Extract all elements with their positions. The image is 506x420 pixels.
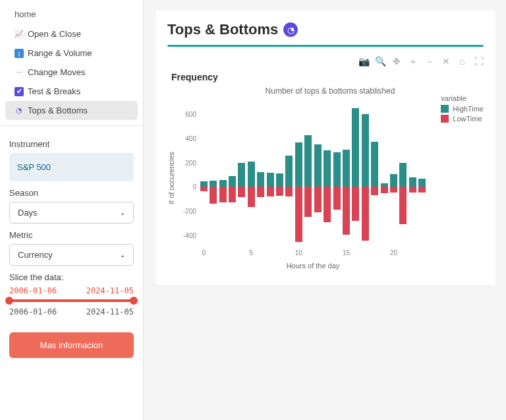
- nav-icon: 📈: [14, 30, 24, 39]
- chart-subhead: Frequency: [171, 72, 484, 82]
- bar-group: [218, 102, 227, 247]
- bar-high: [229, 176, 236, 187]
- bar-low: [219, 187, 227, 202]
- zoom-in-icon[interactable]: ＋: [408, 56, 418, 68]
- bar-group: [351, 102, 360, 247]
- slider-thumb-end[interactable]: [130, 297, 138, 305]
- chevron-down-icon: ⌄: [120, 209, 125, 216]
- legend-item[interactable]: LowTime: [441, 115, 484, 123]
- bar-high: [219, 180, 227, 187]
- bar-group: [341, 102, 351, 247]
- bar-low: [362, 187, 369, 241]
- bar-high: [390, 174, 397, 187]
- sidebar: home 📈Open & Close↕Range & Volume〰Change…: [0, 0, 144, 420]
- bar-group: [304, 102, 313, 247]
- bar-group: [208, 102, 217, 247]
- bar-group: [408, 102, 417, 247]
- y-tick: 400: [177, 135, 196, 142]
- fullscreen-icon[interactable]: ⛶: [474, 56, 484, 68]
- nav-home[interactable]: home: [0, 5, 143, 24]
- bar-group: [227, 102, 237, 247]
- nav-item-open-close[interactable]: 📈Open & Close: [0, 24, 143, 44]
- pan-icon[interactable]: ✥: [391, 56, 401, 68]
- bar-group: [285, 102, 294, 247]
- bar-high: [314, 144, 322, 187]
- camera-icon[interactable]: 📷: [358, 56, 368, 68]
- nav-item-tops-bottoms[interactable]: ◔Tops & Bottoms: [5, 101, 138, 120]
- bar-high: [399, 163, 407, 187]
- bar-high: [285, 156, 293, 187]
- bar-group: [332, 102, 341, 247]
- bar-low: [371, 187, 378, 195]
- bar-high: [200, 181, 208, 187]
- bar-group: [380, 102, 389, 247]
- nav-item-change-moves[interactable]: 〰Change Moves: [0, 63, 143, 82]
- bar-high: [238, 163, 245, 187]
- x-tick: 5: [250, 249, 254, 256]
- bar-high: [248, 162, 255, 187]
- chart: # of occurencies Number of tops & bottom…: [167, 86, 484, 274]
- bar-group: [322, 102, 331, 247]
- legend-title: variable: [441, 94, 484, 102]
- reset-icon[interactable]: ⌂: [457, 56, 467, 68]
- bar-group: [313, 102, 322, 247]
- zoom-icon[interactable]: 🔍: [375, 56, 385, 68]
- page-title: Tops & Bottoms: [167, 21, 278, 38]
- title-underline: [167, 45, 484, 47]
- nav-item-label: Tops & Bottoms: [28, 105, 88, 115]
- nav: home 📈Open & Close↕Range & Volume〰Change…: [0, 0, 143, 126]
- bar-low: [333, 187, 341, 210]
- legend-item[interactable]: HighTime: [441, 105, 484, 113]
- card: Tops & Bottoms ◔ 📷🔍✥＋－✕⌂⛶ Frequency # of…: [155, 11, 495, 285]
- bar-low: [200, 187, 208, 191]
- legend-swatch: [441, 105, 449, 113]
- x-tick: 0: [202, 249, 206, 256]
- y-tick: -400: [177, 231, 196, 239]
- chart-toolbar: 📷🔍✥＋－✕⌂⛶: [167, 56, 484, 68]
- instrument-field[interactable]: S&P 500: [9, 153, 134, 181]
- zoom-out-icon[interactable]: －: [424, 56, 434, 68]
- slice-label: Slice the data:: [9, 272, 134, 282]
- more-info-button[interactable]: Mas informacion: [9, 332, 134, 358]
- bar-low: [285, 187, 293, 196]
- y-axis-label: # of occurencies: [167, 86, 177, 270]
- season-value: Days: [18, 208, 38, 218]
- bar-high: [371, 142, 378, 187]
- controls-panel: Instrument S&P 500 Season Days ⌄ Metric …: [0, 126, 143, 366]
- autoscale-icon[interactable]: ✕: [441, 56, 451, 68]
- bar-low: [210, 187, 217, 204]
- slider-thumb-start[interactable]: [5, 297, 13, 305]
- metric-select[interactable]: Currency ⌄: [9, 244, 134, 266]
- season-label: Season: [9, 188, 134, 198]
- legend-swatch: [441, 115, 449, 123]
- nav-item-test-breaks[interactable]: ✔Test & Breaks: [0, 82, 143, 101]
- bar-group: [360, 102, 370, 247]
- bar-high: [418, 179, 426, 187]
- bar-group: [418, 102, 427, 247]
- bar-low: [295, 187, 302, 241]
- season-select[interactable]: Days ⌄: [9, 202, 134, 224]
- bar-group: [256, 102, 266, 247]
- nav-item-label: Change Moves: [28, 67, 85, 77]
- nav-item-range-volume[interactable]: ↕Range & Volume: [0, 44, 143, 63]
- main: Tops & Bottoms ◔ 📷🔍✥＋－✕⌂⛶ Frequency # of…: [144, 0, 506, 420]
- bar-group: [246, 102, 256, 247]
- metric-label: Metric: [9, 230, 134, 240]
- bar-group: [266, 102, 275, 247]
- bar-group: [199, 102, 208, 247]
- date-range-slider[interactable]: 2006-01-06 2024-11-05 2006-01-06 2024-11…: [9, 286, 134, 316]
- bar-low: [352, 187, 359, 220]
- slice-end-max: 2024-11-05: [86, 307, 134, 316]
- bar-high: [323, 150, 331, 187]
- bar-low: [257, 187, 264, 197]
- legend-label: HighTime: [453, 105, 484, 113]
- metric-value: Currency: [18, 250, 53, 260]
- bar-low: [399, 187, 407, 224]
- plot-area[interactable]: -400-2000200400600: [199, 102, 427, 247]
- bar-high: [304, 135, 312, 187]
- bar-low: [381, 187, 388, 193]
- x-axis-label: Hours of the day: [199, 262, 427, 270]
- legend: variable HighTimeLowTime: [441, 94, 484, 125]
- bar-high: [267, 173, 274, 187]
- bar-high: [257, 172, 264, 187]
